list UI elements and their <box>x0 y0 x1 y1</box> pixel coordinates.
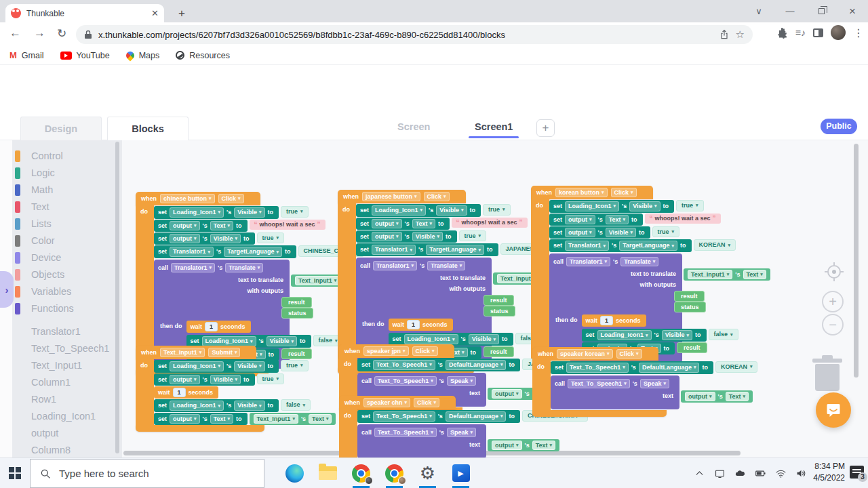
screen-tab[interactable]: Screen <box>397 121 430 132</box>
component-dropdown[interactable]: Text_To_Speech1▾ <box>374 428 437 437</box>
output-pill-result[interactable]: result <box>484 295 514 306</box>
component-dropdown[interactable]: Translator1▾ <box>566 257 610 266</box>
event-name-dropdown[interactable]: Click▾ <box>616 349 642 359</box>
taskbar-edge-icon[interactable] <box>278 458 311 488</box>
event-component-dropdown[interactable]: chinese button▾ <box>160 194 215 203</box>
value-dropdown[interactable]: KOREAN▾ <box>715 361 758 372</box>
set-block[interactable]: setLoading_Icon1▾'sVisible▾tofalse▾ <box>582 329 738 341</box>
taskbar-media-player-icon[interactable]: ▶ <box>444 458 477 488</box>
property-getter-block[interactable]: output▾'sText▾ <box>488 439 559 451</box>
component-dropdown[interactable]: Loading_Icon1▾ <box>170 401 224 410</box>
method-dropdown[interactable]: Translate▾ <box>225 263 263 272</box>
property-dropdown[interactable]: Visible▾ <box>469 334 499 344</box>
close-button[interactable]: × <box>837 5 868 18</box>
component-dropdown[interactable]: Text_To_Speech1▾ <box>373 411 435 421</box>
sidebar-category-functions[interactable]: Functions <box>12 300 122 317</box>
output-pill-status[interactable]: status <box>484 306 515 317</box>
string-block[interactable]: “whoops! wait a sec” <box>452 218 528 228</box>
sidebar-scrollbar[interactable] <box>115 142 119 453</box>
set-block[interactable]: setText_To_Speech1▾'sDefaultLanguage▾toK… <box>551 361 757 373</box>
taskbar-clock[interactable]: 8:34 PM 4/5/2022 <box>813 461 845 484</box>
property-dropdown[interactable]: Text▾ <box>210 414 233 424</box>
property-dropdown[interactable]: Visible▾ <box>662 330 692 340</box>
panel-expander-chevron-icon[interactable]: › <box>0 271 14 308</box>
component-dropdown[interactable]: Loading_Icon1▾ <box>597 330 652 340</box>
bookmark-youtube[interactable]: YouTube <box>60 51 110 60</box>
bookmark-star-icon[interactable]: ☆ <box>736 28 745 41</box>
value-dropdown[interactable]: true▾ <box>459 230 487 241</box>
property-dropdown[interactable]: DefaultLanguage▾ <box>446 411 507 421</box>
event-header[interactable]: whenspeaker jpn▾Click▾ <box>339 344 454 358</box>
sidebar-component-text_input1[interactable]: Text_Input1 <box>12 357 122 374</box>
property-getter-block[interactable]: Text_Input1▾'sText▾ <box>250 413 336 425</box>
output-pill-status[interactable]: status <box>281 308 313 319</box>
taskbar-chrome-profile2-icon[interactable] <box>378 458 411 488</box>
number-input[interactable]: 1 <box>205 322 218 331</box>
event-header[interactable]: whenjapanese button▾Click▾ <box>338 190 466 203</box>
value-dropdown[interactable]: true▾ <box>281 206 309 217</box>
set-block[interactable]: setLoading_Icon1▾'sVisible▾totrue▾ <box>549 200 704 212</box>
component-dropdown[interactable]: Translator1▾ <box>373 261 417 270</box>
value-dropdown[interactable]: false▾ <box>709 329 738 340</box>
method-dropdown[interactable]: Speak▾ <box>640 379 669 388</box>
playlist-extension-icon[interactable]: ≡♪ <box>795 27 806 38</box>
value-dropdown[interactable]: false▾ <box>281 399 311 410</box>
method-dropdown[interactable]: Translate▾ <box>427 261 465 270</box>
event-name-dropdown[interactable]: Click▾ <box>412 346 438 356</box>
call-block[interactable]: callText_To_Speech1▾'sSpeak▾textoutput▾'… <box>551 375 679 409</box>
tray-wifi-icon[interactable] <box>775 468 787 479</box>
sidebar-component-translator1[interactable]: Translator1 <box>12 323 122 340</box>
wait-block[interactable]: wait1seconds <box>154 386 218 399</box>
set-block[interactable]: setLoading_Icon1▾'sVisible▾totrue▾ <box>154 360 309 372</box>
sidebar-extension-icon[interactable] <box>813 28 823 37</box>
property-dropdown[interactable]: Text▾ <box>606 215 629 224</box>
property-dropdown[interactable]: Text▾ <box>743 270 766 279</box>
component-dropdown[interactable]: Loading_Icon1▾ <box>404 334 458 344</box>
taskbar-file-explorer-icon[interactable] <box>311 458 344 488</box>
component-dropdown[interactable]: output▾ <box>170 221 200 230</box>
component-dropdown[interactable]: output▾ <box>372 219 402 228</box>
component-dropdown[interactable]: Translator1▾ <box>170 247 214 256</box>
set-block[interactable]: setLoading_Icon1▾'sVisible▾totrue▾ <box>154 206 309 218</box>
component-dropdown[interactable]: Translator1▾ <box>372 245 416 254</box>
new-tab-button[interactable]: + <box>174 5 190 22</box>
component-dropdown[interactable]: output▾ <box>565 215 595 224</box>
set-block[interactable]: setoutput▾'sText▾to“whoops! wait a sec” <box>549 214 721 226</box>
set-block[interactable]: setTranslator1▾'sTargetLanguage▾toJAPANE… <box>356 243 549 256</box>
sidebar-category-color[interactable]: Color <box>12 232 122 249</box>
component-dropdown[interactable]: Text_Input1▾ <box>254 414 298 424</box>
set-block[interactable]: setoutput▾'sVisible▾totrue▾ <box>356 230 486 243</box>
value-dropdown[interactable]: true▾ <box>483 204 511 215</box>
sidebar-category-device[interactable]: Device <box>12 249 122 266</box>
sidebar-category-text[interactable]: Text <box>12 199 122 216</box>
event-component-dropdown[interactable]: speaker jpn▾ <box>363 346 409 356</box>
minimize-button[interactable]: — <box>774 6 806 16</box>
zoom-in-button[interactable]: + <box>822 291 844 312</box>
number-input[interactable]: 1 <box>600 316 613 325</box>
blocks-canvas[interactable]: + − whenchinese button▾Click▾dosetLoadin… <box>122 140 868 458</box>
sidebar-component-output[interactable]: output <box>12 425 122 442</box>
component-dropdown[interactable]: Text_Input1▾ <box>295 276 340 285</box>
address-bar[interactable]: x.thunkable.com/projects/6207bf7d3d326a0… <box>76 25 753 44</box>
property-dropdown[interactable]: TargetLanguage▾ <box>224 247 282 256</box>
number-input[interactable]: 1 <box>407 320 420 329</box>
extensions-icon[interactable] <box>776 27 788 39</box>
event-name-dropdown[interactable]: Click▾ <box>611 188 637 197</box>
component-dropdown[interactable]: output▾ <box>685 392 715 401</box>
method-dropdown[interactable]: Speak▾ <box>447 428 476 437</box>
event-component-dropdown[interactable]: korean button▾ <box>555 188 608 197</box>
event-component-dropdown[interactable]: speaker korean▾ <box>557 349 613 359</box>
zoom-out-button[interactable]: − <box>822 314 844 336</box>
sidebar-category-logic[interactable]: Logic <box>12 165 122 182</box>
sidebar-category-math[interactable]: Math <box>12 182 122 199</box>
component-dropdown[interactable]: Loading_Icon1▾ <box>372 205 426 215</box>
output-pill-status[interactable]: status <box>674 302 706 312</box>
component-dropdown[interactable]: output▾ <box>565 228 595 237</box>
event-component-dropdown[interactable]: japanese button▾ <box>362 192 420 201</box>
tray-chevron-up-icon[interactable] <box>694 468 705 479</box>
component-dropdown[interactable]: Loading_Icon1▾ <box>202 336 256 346</box>
event-name-dropdown[interactable]: Click▾ <box>414 398 439 407</box>
sidebar-category-variables[interactable]: Variables <box>12 283 122 300</box>
tab-search-chevron-icon[interactable]: ∨ <box>743 6 774 16</box>
property-dropdown[interactable]: Text▾ <box>210 221 233 230</box>
